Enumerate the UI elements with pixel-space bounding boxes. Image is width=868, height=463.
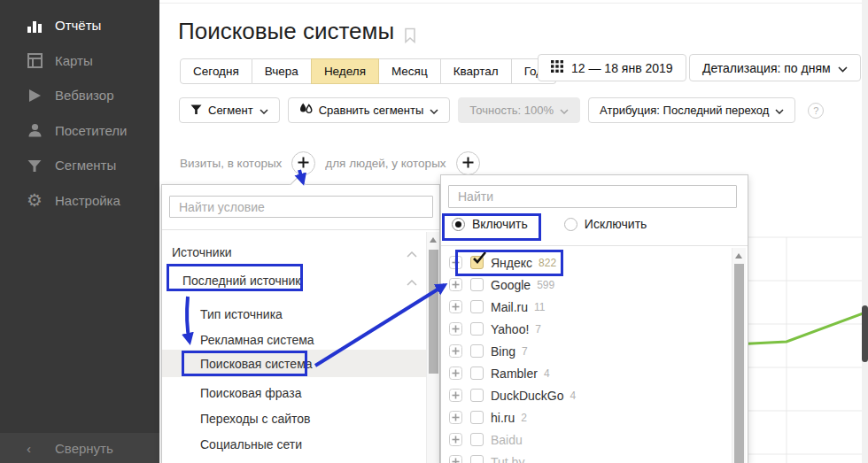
checkbox-unchecked[interactable]	[470, 367, 484, 380]
period-button-month[interactable]: Месяц	[379, 58, 441, 84]
engine-count: 7	[535, 323, 541, 336]
sidebar-item-segments[interactable]: Сегменты	[0, 148, 159, 183]
expand-plus-icon[interactable]	[449, 278, 462, 291]
expand-plus-icon[interactable]	[449, 344, 462, 358]
include-label[interactable]: Включить	[472, 217, 528, 231]
condition-search-input[interactable]	[169, 196, 433, 218]
engine-name[interactable]: Baidu	[491, 433, 523, 447]
checkbox-unchecked[interactable]	[470, 433, 484, 446]
checkbox-unchecked[interactable]	[470, 455, 484, 463]
engine-row-duckduckgo[interactable]: DuckDuckGo 4	[441, 384, 725, 406]
engine-search-input[interactable]	[448, 185, 737, 208]
engine-name[interactable]: Mail.ru	[491, 300, 528, 314]
engine-name[interactable]: DuckDuckGo	[491, 389, 563, 403]
engine-name[interactable]: Tut.by	[491, 455, 524, 463]
sidebar-item-visitors[interactable]: Посетители	[0, 113, 159, 149]
period-button-week[interactable]: Неделя	[311, 58, 379, 84]
add-visit-condition-button[interactable]	[291, 151, 315, 175]
engine-row-yandex[interactable]: Яндекс 822	[441, 251, 725, 274]
help-icon[interactable]: ?	[808, 103, 824, 119]
chevron-up-icon[interactable]	[407, 274, 417, 289]
filter-bar: Визиты, в которых для людей, у которых	[180, 151, 480, 175]
bookmark-icon[interactable]	[404, 22, 416, 50]
scroll-up-arrow-icon[interactable]	[430, 237, 437, 243]
engine-row-google[interactable]: Google 599	[441, 274, 725, 296]
condition-item-search-engine[interactable]: Поисковая система	[200, 357, 313, 371]
segment-dropdown[interactable]: Сегмент	[179, 97, 280, 123]
date-range-button[interactable]: 12 — 18 янв 2019	[538, 54, 686, 81]
condition-item-sources[interactable]: Источники	[172, 245, 232, 259]
compare-segments-dropdown[interactable]: Сравнить сегменты	[288, 97, 451, 123]
sidebar-item-webvisor[interactable]: Вебвизор	[0, 78, 159, 113]
engine-row-bing[interactable]: Bing 7	[441, 340, 725, 362]
condition-panel-scrollbar[interactable]	[426, 232, 440, 463]
scrollbar-thumb[interactable]	[734, 264, 744, 463]
chevron-down-icon	[260, 104, 268, 117]
checkbox-unchecked[interactable]	[470, 278, 484, 291]
engine-name[interactable]: Rambler	[491, 367, 538, 381]
condition-item-site-referrals[interactable]: Переходы с сайтов	[200, 412, 311, 426]
detalization-dropdown[interactable]: Детализация: по дням	[689, 54, 861, 81]
engine-row-tutby[interactable]: Tut.by	[441, 451, 725, 463]
divider	[162, 229, 439, 230]
toolbar: Сегмент Сравнить сегменты Точность: 100%…	[179, 97, 824, 123]
checkbox-unchecked[interactable]	[470, 300, 484, 313]
period-button-yesterday[interactable]: Вчера	[252, 58, 312, 84]
engine-name[interactable]: Яндекс	[491, 256, 532, 270]
scrollbar-thumb[interactable]	[429, 250, 438, 374]
sidebar-collapse-button[interactable]: ‹ Свернуть	[0, 433, 159, 463]
page-scrollbar-thumb[interactable]	[862, 305, 868, 362]
checkbox-unchecked[interactable]	[470, 411, 484, 424]
expand-plus-icon[interactable]	[449, 455, 462, 463]
engine-row-rambler[interactable]: Rambler 4	[441, 362, 725, 384]
expand-plus-icon[interactable]	[449, 367, 462, 380]
engine-panel-scrollbar[interactable]	[732, 248, 746, 463]
checkbox-unchecked[interactable]	[470, 389, 484, 402]
expand-plus-icon[interactable]	[449, 300, 462, 313]
exclude-label[interactable]: Исключить	[585, 217, 647, 231]
engine-row-baidu[interactable]: Baidu	[441, 428, 725, 451]
condition-item-ad-system[interactable]: Рекламная система	[200, 333, 314, 347]
expand-plus-icon[interactable]	[449, 389, 462, 402]
chevron-up-icon[interactable]	[407, 245, 417, 261]
engine-name[interactable]: Yahoo!	[491, 322, 529, 336]
condition-item-social-networks[interactable]: Социальные сети	[200, 437, 302, 451]
sidebar-item-maps[interactable]: Карты	[0, 43, 159, 79]
condition-item-search-phrase[interactable]: Поисковая фраза	[200, 386, 301, 400]
checkbox-checked[interactable]	[470, 256, 484, 269]
period-button-quarter[interactable]: Квартал	[441, 58, 512, 84]
person-icon	[26, 121, 43, 139]
sidebar-item-settings[interactable]: ⚙ Настройка	[0, 183, 159, 219]
page-scrollbar[interactable]	[862, 0, 868, 463]
engine-name[interactable]: Google	[491, 278, 531, 292]
engine-name[interactable]: Bing	[491, 344, 515, 359]
period-button-today[interactable]: Сегодня	[180, 58, 252, 84]
engine-row-hiru[interactable]: hi.ru 2	[441, 406, 725, 428]
condition-dropdown-panel: Источники Последний источник Тип источни…	[161, 184, 440, 463]
engine-count: 11	[534, 301, 545, 313]
detalization-label: Детализация: по дням	[702, 61, 831, 75]
include-radio[interactable]	[452, 218, 465, 231]
expand-plus-icon[interactable]	[449, 433, 462, 446]
condition-item-last-source[interactable]: Последний источник	[182, 274, 300, 288]
checkbox-unchecked[interactable]	[470, 322, 484, 336]
engine-row-yahoo[interactable]: Yahoo! 7	[441, 318, 725, 340]
exclude-radio[interactable]	[564, 218, 577, 231]
expand-plus-icon[interactable]	[449, 322, 462, 336]
expand-plus-icon[interactable]	[449, 256, 462, 269]
engine-dropdown-panel: Включить Исключить Яндекс 822 Google 599	[440, 174, 748, 463]
expand-plus-icon[interactable]	[449, 411, 462, 424]
condition-item-source-type[interactable]: Тип источника	[200, 307, 283, 321]
sidebar-item-label: Сегменты	[55, 158, 116, 173]
engine-name[interactable]: hi.ru	[491, 411, 515, 425]
engine-row-mailru[interactable]: Mail.ru 11	[441, 296, 725, 318]
segment-label: Сегмент	[208, 104, 253, 117]
add-people-condition-button[interactable]	[456, 151, 480, 175]
chevron-down-icon	[430, 104, 438, 117]
attribution-dropdown[interactable]: Атрибуция: Последний переход	[588, 97, 795, 123]
scroll-up-arrow-icon[interactable]	[735, 253, 742, 259]
help-glyph: ?	[813, 105, 818, 116]
sidebar-item-reports[interactable]: Отчёты	[0, 8, 159, 43]
accuracy-dropdown[interactable]: Точность: 100%	[458, 97, 580, 123]
checkbox-unchecked[interactable]	[470, 344, 484, 358]
